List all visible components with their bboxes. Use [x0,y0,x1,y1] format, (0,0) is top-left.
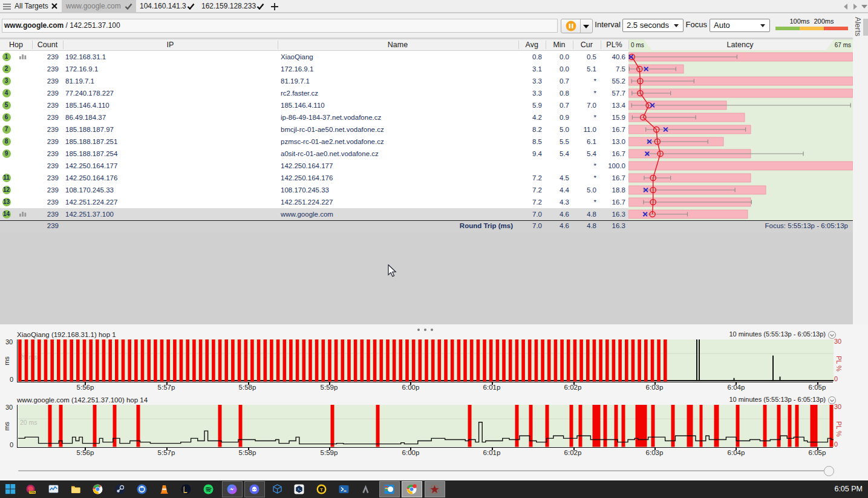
svg-text:T: T [320,487,323,492]
svg-text:PRE: PRE [30,491,35,494]
svg-text:20 ms: 20 ms [20,419,38,426]
svg-text:20 ms: 20 ms [20,353,38,361]
